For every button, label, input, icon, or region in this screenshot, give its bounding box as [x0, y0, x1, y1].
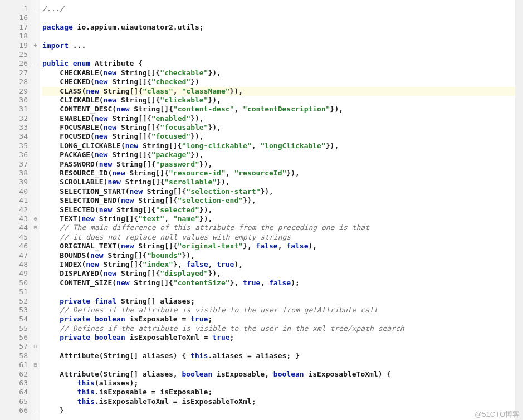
fold-marker[interactable] [31, 160, 40, 169]
code-line[interactable]: package io.appium.uiautomator2.utils; [42, 23, 523, 32]
code-line[interactable]: SELECTED(new String[]{"selected"}), [42, 206, 523, 214]
fold-marker[interactable] [31, 96, 40, 105]
code-line[interactable] [42, 342, 523, 351]
fold-marker[interactable] [31, 32, 40, 41]
fold-marker[interactable] [31, 287, 40, 296]
fold-marker[interactable]: – [31, 59, 40, 68]
fold-marker[interactable] [31, 397, 40, 406]
fold-marker[interactable] [31, 187, 40, 196]
code-line[interactable]: Attribute(String[] aliases, boolean isEx… [42, 370, 523, 379]
code-line[interactable]: // The main difference of this attribute… [42, 223, 523, 232]
code-line[interactable]: ORIGINAL_TEXT(new String[]{"original-tex… [42, 242, 523, 251]
fold-marker[interactable] [31, 297, 40, 306]
code-line[interactable] [42, 360, 523, 369]
code-line[interactable]: FOCUSED(new String[]{"focused"}), [42, 132, 523, 141]
code-line[interactable]: Attribute(String[] aliases) { this.alias… [42, 351, 523, 360]
line-number: 51 [0, 287, 28, 296]
code-line[interactable]: FOCUSABLE(new String[]{"focusable"}), [42, 123, 523, 132]
fold-marker[interactable] [31, 114, 40, 123]
code-line[interactable]: TEXT(new String[]{"text", "name"}), [42, 214, 523, 223]
fold-marker[interactable] [31, 269, 40, 278]
fold-marker[interactable] [31, 123, 40, 132]
code-line[interactable] [42, 13, 523, 22]
fold-marker[interactable]: + [31, 41, 40, 50]
fold-marker[interactable] [31, 141, 40, 150]
fold-marker[interactable] [31, 87, 40, 96]
fold-gutter[interactable]: –+–⊖⊟⊟⊟– [31, 0, 40, 420]
line-number: 25 [0, 50, 28, 59]
code-line[interactable]: CLICKABLE(new String[]{"clickable"}), [42, 96, 523, 105]
code-line[interactable]: CONTENT_SIZE(new String[]{"contentSize"}… [42, 279, 523, 287]
code-line[interactable]: LONG_CLICKABLE(new String[]{"long-clicka… [42, 141, 523, 150]
fold-marker[interactable] [31, 242, 40, 251]
code-line[interactable]: // it does not replace null values with … [42, 233, 523, 242]
fold-marker[interactable] [31, 196, 40, 205]
fold-marker[interactable] [31, 132, 40, 141]
fold-marker[interactable]: ⊖ [31, 214, 40, 223]
code-line[interactable]: PASSWORD(new String[]{"password"}), [42, 160, 523, 169]
fold-marker[interactable] [31, 150, 40, 159]
line-number-gutter[interactable]: 1161718192526272829303132333435363738394… [0, 0, 31, 420]
code-line[interactable]: this.isExposable = isExposable; [42, 388, 523, 397]
fold-marker[interactable]: ⊟ [31, 223, 40, 232]
code-line[interactable]: private final String[] aliases; [42, 297, 523, 306]
fold-marker[interactable]: – [31, 4, 40, 13]
code-line[interactable]: PACKAGE(new String[]{"package"}), [42, 150, 523, 159]
fold-marker[interactable] [31, 379, 40, 388]
fold-marker[interactable] [31, 315, 40, 324]
fold-marker[interactable] [31, 23, 40, 32]
code-line[interactable]: public enum Attribute { [42, 59, 523, 68]
line-number: 53 [0, 306, 28, 315]
code-line[interactable] [42, 50, 523, 59]
fold-marker[interactable] [31, 260, 40, 269]
code-line[interactable]: // Defines if the attribute is visible t… [42, 324, 523, 333]
line-number: 62 [0, 370, 28, 379]
code-line[interactable]: CLASS(new String[]{"class", "className"}… [42, 87, 523, 96]
fold-marker[interactable] [31, 169, 40, 178]
fold-marker[interactable] [31, 251, 40, 260]
fold-marker[interactable] [31, 333, 40, 342]
code-line[interactable]: this.isExposableToXml = isExposableToXml… [42, 397, 523, 406]
fold-marker[interactable]: ⊟ [31, 360, 40, 369]
fold-marker[interactable] [31, 351, 40, 360]
code-line[interactable]: private boolean isExposable = true; [42, 315, 523, 324]
fold-marker[interactable] [31, 50, 40, 59]
code-line[interactable]: BOUNDS(new String[]{"bounds"}), [42, 251, 523, 260]
code-line[interactable]: private boolean isExposableToXml = true; [42, 333, 523, 342]
code-line[interactable]: SELECTION_START(new String[]{"selection-… [42, 187, 523, 196]
code-line[interactable]: this(aliases); [42, 379, 523, 388]
code-line[interactable]: CHECKABLE(new String[]{"checkable"}), [42, 69, 523, 77]
fold-marker[interactable] [31, 178, 40, 187]
code-line[interactable]: SCROLLABLE(new String[]{"scrollable"}), [42, 178, 523, 187]
line-number: 38 [0, 169, 28, 178]
code-line[interactable]: SELECTION_END(new String[]{"selection-en… [42, 196, 523, 205]
fold-marker[interactable]: ⊟ [31, 342, 40, 351]
fold-marker[interactable] [31, 388, 40, 397]
code-line[interactable]: CONTENT_DESC(new String[]{"content-desc"… [42, 105, 523, 114]
fold-marker[interactable] [31, 324, 40, 333]
code-line[interactable]: CHECKED(new String[]{"checked"}) [42, 77, 523, 86]
code-line[interactable]: INDEX(new String[]{"index"}, false, true… [42, 260, 523, 269]
line-number: 17 [0, 23, 28, 32]
code-area[interactable]: /.../ package io.appium.uiautomator2.uti… [40, 0, 523, 420]
fold-marker[interactable]: – [31, 406, 40, 415]
code-line[interactable]: ENABLED(new String[]{"enabled"}), [42, 114, 523, 123]
fold-marker[interactable] [31, 69, 40, 77]
fold-marker[interactable] [31, 13, 40, 22]
fold-marker[interactable] [31, 206, 40, 214]
vertical-scrollbar[interactable] [515, 0, 523, 420]
code-line[interactable] [42, 32, 523, 41]
fold-marker[interactable] [31, 370, 40, 379]
code-line[interactable]: RESOURCE_ID(new String[]{"resource-id", … [42, 169, 523, 178]
fold-marker[interactable] [31, 233, 40, 242]
fold-marker[interactable] [31, 279, 40, 287]
code-line[interactable]: } [42, 406, 523, 415]
fold-marker[interactable] [31, 105, 40, 114]
fold-marker[interactable] [31, 77, 40, 86]
fold-marker[interactable] [31, 306, 40, 315]
code-line[interactable]: import ... [42, 41, 523, 50]
code-line[interactable]: // Defines if the attribute is visible t… [42, 306, 523, 315]
code-line[interactable] [42, 287, 523, 296]
code-line[interactable]: DISPLAYED(new String[]{"displayed"}), [42, 269, 523, 278]
code-line[interactable]: /.../ [42, 4, 523, 13]
